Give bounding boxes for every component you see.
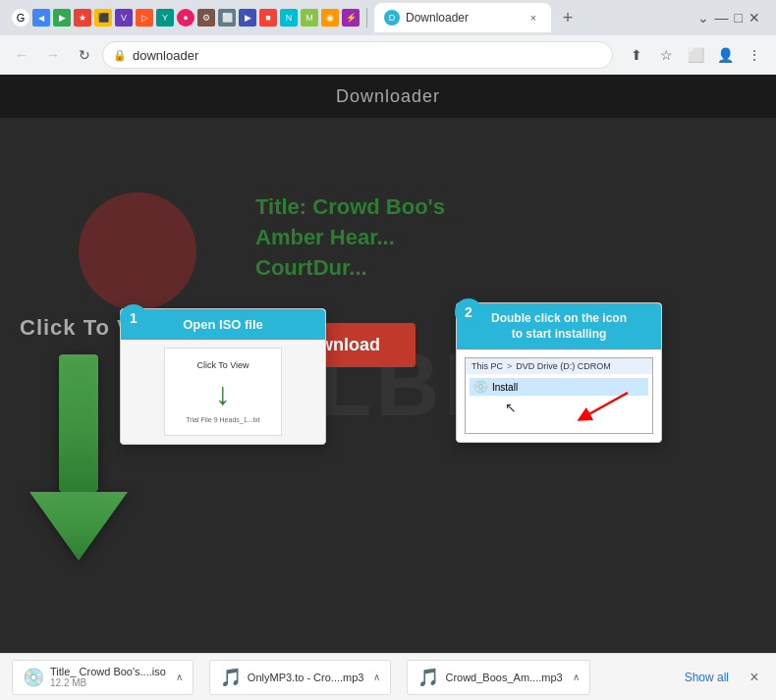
explorer-file-area: 💿 Install ↖	[466, 374, 652, 433]
tooltip2-body: This PC > DVD Drive (D:) CDROM 💿 Install…	[457, 350, 661, 442]
title-line2: Amber Hear...	[255, 223, 445, 253]
ext-icon-3[interactable]: ★	[74, 9, 91, 27]
tooltip1-arrow-icon: ↓	[215, 376, 231, 412]
dl-item-2-icon: 🎵	[220, 667, 242, 688]
nav-bar: ← → ↻ 🔒 downloader ⬆ ☆ ⬜ 👤 ⋮	[0, 35, 776, 75]
show-all-button[interactable]: Show all	[685, 671, 729, 684]
ext-icon-10[interactable]: ⬜	[218, 9, 236, 27]
tab-separator	[366, 8, 367, 27]
tooltip2-header: Double click on the icon to start instal…	[457, 303, 661, 350]
app-title: Downloader	[336, 86, 440, 107]
reload-button[interactable]: ↻	[71, 41, 98, 69]
ext-icon-5[interactable]: V	[115, 9, 133, 27]
title-line3: CourtDur...	[255, 253, 445, 284]
tab-close-button[interactable]: ×	[526, 10, 541, 26]
ext-icon-4[interactable]: ⬛	[94, 9, 112, 27]
tooltip1-image: Click To View ↓ Trial File 9 Heads_1...t…	[164, 348, 282, 436]
path-dvd: DVD Drive (D:) CDROM	[516, 361, 611, 371]
app-header: Downloader	[0, 75, 776, 118]
tooltip1-body: Click To View ↓ Trial File 9 Heads_1...t…	[121, 340, 325, 444]
dl-item-3-name: Crowd_Boos_Am....mp3	[445, 672, 562, 683]
lock-icon: 🔒	[113, 49, 127, 62]
tab-title: Downloader	[406, 11, 520, 25]
ext-icon-7[interactable]: Y	[156, 9, 174, 27]
ext-icon-8[interactable]: ●	[177, 9, 194, 27]
ext-icon-9[interactable]: ⚙	[197, 9, 215, 27]
download-bar: 💿 Title_ Crowd Boo's....iso 12.2 MB ∧ 🎵 …	[0, 653, 776, 700]
mouse-cursor: ↖	[505, 400, 517, 415]
browser-frame: G ◀ ▶ ★ ⬛ V ▷ Y ● ⚙ ⬜ ▶ ■ N M ◉ ⚡ D Down…	[0, 0, 776, 700]
tooltip-card-1: Open ISO file Click To View ↓ Trial File…	[120, 308, 326, 445]
tooltip1-filename: Trial File 9 Heads_1...txt	[186, 416, 260, 423]
svg-marker-1	[29, 492, 128, 561]
dl-item-2-name: OnlyMP3.to - Cro....mp3	[248, 672, 364, 683]
profile-button[interactable]: 👤	[711, 41, 739, 69]
tab-bar: G ◀ ▶ ★ ⬛ V ▷ Y ● ⚙ ⬜ ▶ ■ N M ◉ ⚡ D Down…	[0, 0, 776, 35]
address-text: downloader	[133, 48, 602, 63]
ext-icon-6[interactable]: ▷	[136, 9, 153, 27]
new-tab-button[interactable]: +	[554, 4, 582, 31]
download-item-2: 🎵 OnlyMP3.to - Cro....mp3 ∧	[209, 660, 392, 695]
install-file-name: Install	[492, 382, 518, 393]
ext-icon-14[interactable]: M	[301, 9, 318, 27]
ext-icon-15[interactable]: ◉	[321, 9, 339, 27]
bookmark-button[interactable]: ☆	[652, 41, 680, 69]
red-arrow-icon	[574, 388, 633, 429]
svg-line-2	[583, 393, 628, 417]
back-button[interactable]: ←	[8, 41, 35, 69]
maximize-button[interactable]: □	[735, 10, 743, 26]
minimize-button[interactable]: —	[715, 10, 729, 26]
svg-rect-0	[59, 354, 98, 492]
dl-item-1-name: Title_ Crowd Boo's....iso	[50, 666, 166, 677]
dl-item-1-info: Title_ Crowd Boo's....iso 12.2 MB	[50, 666, 166, 688]
extensions-button[interactable]: ⬜	[682, 41, 709, 69]
ext-icon-1[interactable]: ◀	[32, 9, 50, 27]
download-item-1: 💿 Title_ Crowd Boo's....iso 12.2 MB ∧	[12, 660, 194, 695]
bg-circle	[79, 192, 196, 310]
share-button[interactable]: ⬆	[623, 41, 650, 69]
ext-icon-2[interactable]: ▶	[53, 9, 71, 27]
dl-item-2-info: OnlyMP3.to - Cro....mp3	[248, 672, 364, 683]
tooltip-card-2: Double click on the icon to start instal…	[456, 302, 662, 443]
collapse-icon[interactable]: ⌄	[697, 10, 709, 26]
window-controls: ⌄ — □ ✕	[697, 10, 764, 26]
step-badge-2: 2	[455, 298, 482, 326]
google-icon[interactable]: G	[12, 9, 29, 27]
path-separator: >	[507, 361, 512, 371]
dl-item-1-size: 12.2 MB	[50, 677, 166, 688]
nav-right-icons: ⬆ ☆ ⬜ 👤 ⋮	[623, 41, 768, 69]
file-explorer: This PC > DVD Drive (D:) CDROM 💿 Install…	[465, 357, 653, 434]
ext-icon-11[interactable]: ▶	[239, 9, 256, 27]
install-file-icon: 💿	[473, 380, 488, 394]
path-thispc: This PC	[471, 361, 503, 371]
active-tab[interactable]: D Downloader ×	[374, 3, 551, 32]
download-bar-close-button[interactable]: ×	[745, 668, 764, 687]
ext-icon-13[interactable]: N	[280, 9, 298, 27]
dl-item-3-info: Crowd_Boos_Am....mp3	[445, 672, 562, 683]
dl-item-3-chevron[interactable]: ∧	[573, 672, 580, 682]
tooltip1-header: Open ISO file	[121, 309, 325, 340]
dl-item-3-icon: 🎵	[417, 667, 439, 688]
tab-favicon: D	[384, 10, 400, 26]
forward-button[interactable]: →	[39, 41, 67, 69]
tooltip1-click-text: Click To View	[196, 360, 249, 370]
page-content: Downloader JAILBIRD	[0, 75, 776, 653]
dl-item-2-chevron[interactable]: ∧	[373, 672, 380, 682]
close-window-button[interactable]: ✕	[748, 10, 760, 26]
address-bar[interactable]: 🔒 downloader	[102, 41, 613, 69]
step-badge-1: 1	[120, 304, 147, 332]
title-area: Title: Crowd Boo's Amber Hear... CourtDu…	[255, 192, 445, 283]
ext-icon-16[interactable]: ⚡	[342, 9, 360, 27]
big-green-arrow	[29, 354, 128, 574]
ext-icon-12[interactable]: ■	[259, 9, 277, 27]
title-line1: Title: Crowd Boo's	[255, 192, 445, 223]
download-item-3: 🎵 Crowd_Boos_Am....mp3 ∧	[407, 660, 589, 695]
menu-button[interactable]: ⋮	[741, 41, 768, 69]
explorer-path-bar: This PC > DVD Drive (D:) CDROM	[466, 358, 652, 374]
dl-item-1-icon: 💿	[23, 667, 44, 688]
dl-item-1-chevron[interactable]: ∧	[176, 672, 183, 682]
